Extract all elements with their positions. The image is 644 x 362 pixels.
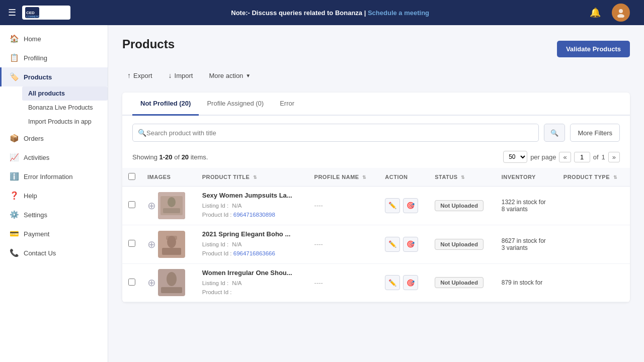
product-id-link[interactable]: 6964716863666 (233, 250, 275, 256)
first-page-button[interactable]: « (559, 152, 571, 162)
main-content: Products Validate Products ↑ Export ↓ Im… (108, 25, 644, 362)
more-filters-button[interactable]: More Filters (570, 124, 620, 142)
validate-products-button[interactable]: Validate Products (557, 41, 630, 57)
bonanza-live-label: Bonanza Live Products (28, 104, 93, 111)
sidebar-item-activities[interactable]: 📈 Activities (0, 148, 108, 167)
th-product-title[interactable]: PRODUCT TITLE ⇅ (196, 168, 308, 187)
row-checkbox[interactable] (128, 201, 135, 208)
page-number-input[interactable] (574, 152, 590, 162)
topnav: ☰ CED COMMERCE bonanza Note:- Discuss qu… (0, 0, 644, 25)
row-checkbox-col (122, 225, 141, 263)
table-row: ⊕ (122, 263, 630, 302)
products-table-wrapper: IMAGES PRODUCT TITLE ⇅ PROFILE NAME ⇅ (122, 168, 630, 302)
logo-text: bonanza (41, 9, 67, 17)
tab-error[interactable]: Error (272, 93, 302, 116)
th-product-type[interactable]: PRODUCT TYPE ⇅ (557, 168, 630, 187)
product-id-link[interactable]: 6964716830898 (233, 212, 275, 218)
row-add-col: ⊕ (141, 225, 196, 263)
sidebar-item-settings[interactable]: ⚙️ Settings (0, 205, 108, 224)
svg-point-4 (617, 14, 624, 18)
sidebar-item-orders[interactable]: 📦 Orders (0, 129, 108, 148)
page-total: 1 (602, 153, 605, 161)
sidebar-item-label: Profiling (24, 54, 47, 62)
avatar[interactable] (612, 4, 630, 22)
view-button[interactable]: 🎯 (403, 275, 418, 290)
tab-error-label: Error (280, 100, 294, 107)
sidebar-item-label: Settings (24, 211, 47, 219)
product-title-sort-icon: ⇅ (253, 175, 258, 180)
row-add-col: ⊕ (141, 187, 196, 225)
row-checkbox[interactable] (128, 279, 135, 286)
sidebar-item-products[interactable]: 🏷️ Products (0, 67, 108, 86)
logo-icon: CED COMMERCE (25, 7, 39, 18)
th-status[interactable]: STATUS ⇅ (429, 168, 496, 187)
sidebar-sub-bonanza-live[interactable]: Bonanza Live Products (22, 101, 108, 115)
profiling-icon: 📋 (10, 53, 19, 62)
product-type-sort-icon: ⇅ (613, 175, 618, 180)
page-title: Products (122, 37, 175, 51)
th-profile-name[interactable]: PROFILE NAME ⇅ (308, 168, 379, 187)
export-label: Export (133, 72, 152, 79)
export-button[interactable]: ↑ Export (122, 68, 157, 82)
contact-icon: 📞 (10, 248, 19, 257)
action-buttons: ✏️ 🎯 (385, 275, 423, 290)
view-button[interactable]: 🎯 (403, 237, 418, 252)
sidebar-sub-import-products[interactable]: Import Products in app (22, 115, 108, 129)
status-sort-icon: ⇅ (461, 175, 465, 180)
products-icon: 🏷️ (10, 72, 19, 81)
logo[interactable]: CED COMMERCE bonanza (22, 6, 70, 20)
edit-button[interactable]: ✏️ (385, 275, 400, 290)
import-button[interactable]: ↓ Import (164, 68, 198, 82)
logo-box: CED COMMERCE bonanza (22, 6, 70, 20)
sidebar-item-label: Orders (24, 135, 44, 142)
pagination-row: Showing 1-20 of 20 items. 50 per page « … (122, 147, 630, 168)
svg-text:CED: CED (26, 11, 35, 15)
sidebar-item-payment[interactable]: 💳 Payment (0, 224, 108, 243)
search-input[interactable] (146, 129, 533, 137)
select-all-checkbox[interactable] (128, 173, 135, 180)
edit-button[interactable]: ✏️ (385, 198, 400, 213)
import-label: Import (175, 72, 193, 79)
search-button[interactable]: 🔍 (544, 124, 565, 142)
row-inventory-col: 879 in stock for (496, 263, 557, 302)
status-badge: Not Uploaded (435, 239, 484, 250)
table-row: ⊕ (122, 225, 630, 263)
row-status-col: Not Uploaded (429, 225, 496, 263)
tab-not-profiled[interactable]: Not Profiled (20) (132, 93, 199, 116)
add-image-button[interactable]: ⊕ (147, 200, 156, 212)
sidebar-item-error-information[interactable]: ℹ️ Error Information (0, 167, 108, 186)
svg-point-7 (168, 197, 176, 207)
hamburger-icon[interactable]: ☰ (8, 7, 16, 18)
sidebar-item-help[interactable]: ❓ Help (0, 186, 108, 205)
settings-icon: ⚙️ (10, 210, 19, 219)
row-checkbox[interactable] (128, 240, 135, 247)
more-action-button[interactable]: More action ▼ (204, 69, 256, 82)
add-image-button[interactable]: ⊕ (147, 238, 156, 250)
per-page-label: per page (530, 153, 556, 161)
sidebar-item-contact-us[interactable]: 📞 Contact Us (0, 243, 108, 262)
row-checkbox-col (122, 263, 141, 302)
sidebar-item-home[interactable]: 🏠 Home (0, 29, 108, 48)
add-image-button[interactable]: ⊕ (147, 277, 156, 289)
product-image (158, 231, 185, 258)
th-images: IMAGES (141, 168, 196, 187)
edit-button[interactable]: ✏️ (385, 237, 400, 252)
per-page-select[interactable]: 50 (503, 151, 527, 163)
row-title-col: Women Irregular One Shou... Listing Id :… (196, 263, 308, 302)
svg-rect-15 (161, 287, 182, 293)
tab-profile-assigned[interactable]: Profile Assigned (0) (199, 93, 272, 116)
products-table: IMAGES PRODUCT TITLE ⇅ PROFILE NAME ⇅ (122, 168, 630, 302)
last-page-button[interactable]: » (608, 152, 620, 162)
svg-rect-11 (162, 248, 181, 255)
bell-icon[interactable]: 🔔 (590, 7, 601, 18)
sidebar-item-label: Help (24, 192, 37, 200)
svg-rect-12 (166, 236, 177, 240)
row-title-col: Sexy Women Jumpsuits La... Listing Id : … (196, 187, 308, 225)
schedule-meeting-link[interactable]: Schedule a meeting (368, 9, 429, 17)
sidebar-item-profiling[interactable]: 📋 Profiling (0, 48, 108, 67)
status-col-label: STATUS (435, 174, 457, 180)
sidebar-sub-all-products[interactable]: All products (22, 86, 108, 101)
product-image-svg (158, 269, 185, 296)
svg-point-3 (619, 9, 623, 13)
view-button[interactable]: 🎯 (403, 198, 418, 213)
